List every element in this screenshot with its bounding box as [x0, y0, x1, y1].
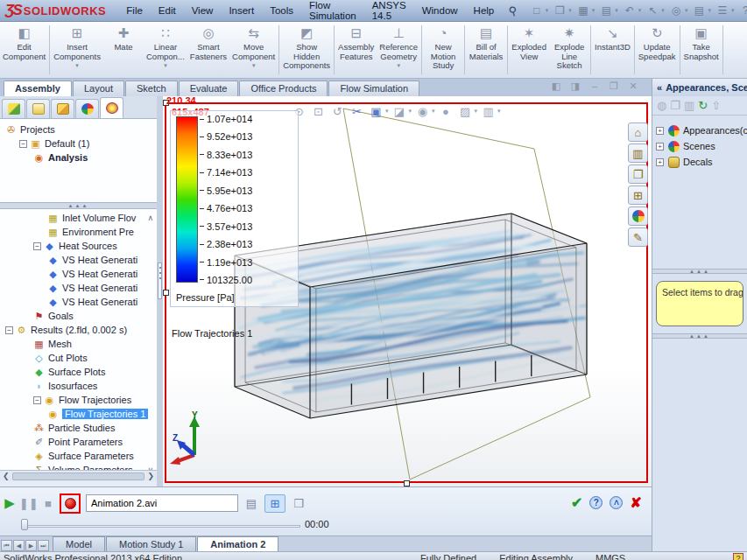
tree-item-particle-studies[interactable]: ⁂Particle Studies — [0, 421, 157, 435]
options-icon[interactable]: ☰ — [714, 3, 731, 19]
tree-item-goals[interactable]: ⚑Goals — [0, 309, 157, 323]
instant3d-button[interactable]: ↘Instant3D — [592, 22, 633, 78]
new-icon[interactable]: □ — [528, 3, 546, 19]
collapse-icon[interactable]: ˄ — [610, 496, 623, 509]
task-pane-splitter[interactable]: ▲▲▲ — [652, 269, 747, 274]
tree-scroll-up-icon[interactable]: ∧ — [147, 214, 153, 222]
help-icon[interactable]: ? — [736, 3, 747, 19]
edit-component-button[interactable]: ◧Edit Component — [0, 22, 48, 78]
zoom-to-area-icon[interactable]: ⊡ — [310, 103, 327, 119]
undo-icon[interactable]: ↶ — [621, 3, 638, 19]
tab-flow-simulation[interactable]: Flow Simulation — [328, 80, 419, 96]
nav-previous-icon[interactable]: ◀ — [13, 540, 25, 551]
manager-tab-flow-simulation-manager[interactable] — [100, 97, 123, 118]
tree-item-projects[interactable]: ✇Projects — [0, 122, 157, 136]
update-speedpak-button[interactable]: ↻Update Speedpak — [636, 22, 679, 78]
tree-item-cut-plots[interactable]: ◇Cut Plots — [0, 351, 157, 365]
minimize-icon[interactable]: – — [588, 80, 601, 92]
mate-button[interactable]: ✚Mate — [103, 22, 144, 78]
manager-tab-dimxpert-manager[interactable] — [75, 99, 99, 118]
take-snapshot-button[interactable]: ▣Take Snapshot — [681, 22, 722, 78]
dropdown-arrow-icon[interactable]: ▾ — [432, 108, 435, 115]
dropdown-arrow-icon[interactable]: ▾ — [385, 108, 389, 115]
previous-view-icon[interactable]: ↺ — [329, 103, 346, 119]
manager-tab-property-manager[interactable] — [26, 99, 50, 118]
appearance-ball-icon[interactable]: ◍ — [657, 99, 666, 112]
results-legend[interactable]: 1.07e+0149.52e+0138.33e+0137.14e+0135.95… — [170, 110, 299, 307]
tree-item-heat-sources[interactable]: −◆Heat Sources — [0, 239, 157, 253]
save-icon[interactable]: ▦ — [574, 3, 592, 19]
apply-scene-icon[interactable]: ▨ — [457, 103, 474, 119]
tree-item-vs-heat-generati[interactable]: ◆VS Heat Generati — [0, 267, 157, 281]
menu-window[interactable]: Window — [414, 0, 466, 21]
menu-help[interactable]: Help — [466, 0, 503, 21]
panes-left-icon[interactable]: ◧ — [550, 80, 562, 92]
tree-item-surface-plots[interactable]: ◆Surface Plots — [0, 365, 157, 379]
study-tab-animation-2[interactable]: Animation 2 — [197, 536, 278, 551]
design-library-tab[interactable]: ▥ — [628, 144, 648, 163]
browse-animation-icon[interactable]: ❒ — [288, 494, 309, 513]
menu-view[interactable]: View — [184, 0, 222, 21]
exploded-view-button[interactable]: ✶Exploded View — [509, 22, 549, 78]
menu-file[interactable]: File — [118, 0, 151, 21]
dropdown-arrow-icon[interactable]: ▾ — [731, 7, 735, 14]
help-icon[interactable]: ? — [589, 496, 603, 509]
dropdown-arrow-icon[interactable]: ▾ — [252, 62, 256, 69]
dropdown-arrow-icon[interactable]: ▾ — [661, 7, 665, 14]
explode-line-sketch-button[interactable]: ✷Explode Line Sketch — [549, 22, 589, 78]
panel-splitter[interactable] — [157, 96, 163, 486]
cancel-icon[interactable]: ✘ — [630, 494, 641, 511]
stop-icon[interactable]: ■ — [39, 494, 58, 512]
tree-expander-icon[interactable]: − — [5, 326, 13, 334]
tree-item-mesh[interactable]: ▦Mesh — [0, 337, 157, 351]
view-settings-icon[interactable]: ▥ — [480, 103, 497, 119]
appearances-item-appearances-c[interactable]: +Appearances(c — [656, 122, 747, 138]
dropdown-arrow-icon[interactable]: ▾ — [497, 108, 501, 115]
tree-item-isosurfaces[interactable]: ◗Isosurfaces — [0, 379, 157, 393]
task-pane-header[interactable]: « Appearances, Scen — [652, 79, 747, 96]
tab-evaluate[interactable]: Evaluate — [179, 80, 239, 96]
tree-expander-icon[interactable]: − — [33, 396, 41, 404]
move-component-button[interactable]: ⇆Move Component▾ — [229, 22, 278, 78]
nav-last-icon[interactable]: ⏭ — [38, 540, 49, 551]
dropdown-arrow-icon[interactable]: ▾ — [397, 62, 400, 69]
tree-expander-icon[interactable]: − — [33, 242, 41, 250]
solidworks-resources-tab[interactable]: ⌂ — [628, 122, 648, 142]
open-icon[interactable]: ❐ — [551, 3, 568, 19]
tree-item-results-2-fld-0-002-s-[interactable]: −⚙Results (2.fld, 0.002 s) — [0, 323, 157, 337]
splitter-handle[interactable] — [158, 262, 162, 299]
upload-icon[interactable]: ⇧ — [711, 99, 721, 112]
tab-assembly[interactable]: Assembly — [4, 80, 72, 96]
appearances-item-decals[interactable]: +Decals — [656, 154, 747, 170]
tree-item-flow-trajectories[interactable]: −◉Flow Trajectories — [0, 393, 157, 407]
region-handle[interactable] — [163, 290, 169, 296]
task-pane-splitter[interactable]: ▲▲▲ — [652, 333, 747, 339]
section-view-icon[interactable]: ✂ — [349, 103, 365, 119]
graphics-viewport[interactable]: 210.34 615x487 ⊙⊡↺✂▣▾◪▾◉▾●▨▾▥▾ 1.07e+014… — [163, 96, 652, 486]
nav-next-icon[interactable]: ▶ — [25, 540, 37, 551]
select-icon[interactable]: ↖ — [644, 3, 661, 19]
dropdown-arrow-icon[interactable]: ▾ — [475, 108, 478, 115]
view-palette-tab[interactable]: ⊞ — [628, 186, 648, 205]
tree-item-vs-heat-generati[interactable]: ◆VS Heat Generati — [0, 281, 157, 295]
study-tab-motion-study-1[interactable]: Motion Study 1 — [106, 536, 196, 551]
tree-expander-icon[interactable]: − — [19, 140, 27, 148]
play-icon[interactable]: ▶ — [0, 494, 19, 512]
dropdown-arrow-icon[interactable]: ▾ — [409, 108, 412, 115]
scroll-right-icon[interactable]: ❯ — [147, 472, 154, 480]
tree-item-surface-parameters[interactable]: ◈Surface Parameters — [0, 449, 157, 463]
timeline-thumb[interactable] — [21, 519, 28, 530]
print-icon[interactable]: ▤ — [597, 3, 615, 19]
refresh-icon[interactable]: ↻ — [698, 99, 708, 112]
tree-item-analysis[interactable]: ◉Analysis — [0, 150, 157, 164]
collapse-panel-icon[interactable]: « — [657, 82, 662, 93]
view-orientation-icon[interactable]: ▣ — [368, 103, 384, 119]
panes-right-icon[interactable]: ◨ — [569, 80, 581, 92]
save-animation-icon[interactable]: ▤ — [241, 494, 262, 513]
dropdown-arrow-icon[interactable]: ▾ — [568, 7, 572, 14]
menu-tools[interactable]: Tools — [262, 0, 301, 21]
record-icon[interactable] — [65, 498, 76, 509]
pause-icon[interactable]: ❚❚ — [19, 494, 39, 512]
animation-filename-input[interactable] — [86, 494, 238, 512]
search-icon[interactable]: ⚲ — [507, 4, 518, 18]
